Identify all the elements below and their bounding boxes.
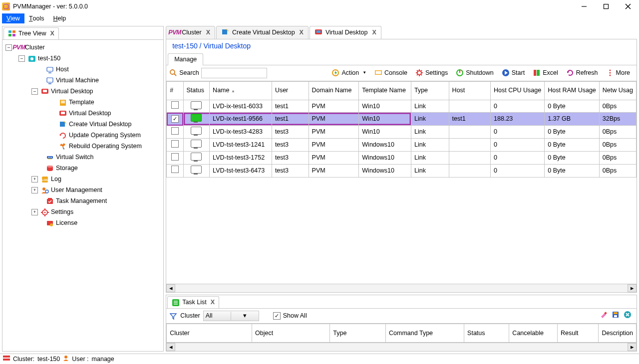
col-host-ram[interactable]: Host RAM Usage bbox=[545, 81, 600, 100]
log-icon: LOG bbox=[40, 176, 49, 183]
cell-hcpu: 0 bbox=[491, 139, 545, 152]
grid-scroll[interactable]: # Status Name ▲ User Domain Name Templat… bbox=[166, 81, 637, 284]
tree-item-vd2[interactable]: Virtual Desktop bbox=[69, 109, 111, 118]
task-scroll-left[interactable]: ◂ bbox=[166, 343, 175, 351]
table-row[interactable]: LVD-ix-test1-6033test1PVMWin10Link00 Byt… bbox=[167, 100, 637, 113]
clear-button[interactable] bbox=[600, 311, 608, 321]
col-status[interactable]: Status bbox=[183, 81, 210, 100]
col-net[interactable]: Netw Usag bbox=[599, 81, 636, 100]
tree-item-settings[interactable]: Settings bbox=[51, 208, 73, 216]
col-type[interactable]: Type bbox=[411, 81, 449, 100]
tree-item-license[interactable]: License bbox=[56, 219, 77, 227]
tree-item-vd[interactable]: Virtual Desktop bbox=[51, 87, 93, 96]
col-host-cpu[interactable]: Host CPU Usage bbox=[491, 81, 545, 100]
col-name[interactable]: Name ▲ bbox=[210, 81, 272, 100]
menu-view[interactable]: View bbox=[2, 13, 24, 24]
table-row[interactable]: ✓LVD-ix-test1-9566test1PVMWin10Linktest1… bbox=[167, 113, 637, 126]
tree-item-rebuild-os[interactable]: Rebuild Operating System bbox=[69, 142, 142, 151]
tab-vd[interactable]: Virtual Desktop X bbox=[310, 26, 381, 39]
subtab-manage-label: Manage bbox=[174, 56, 197, 63]
col-template[interactable]: Template Name bbox=[359, 81, 411, 100]
tree-toggle-log[interactable]: + bbox=[31, 176, 38, 182]
tree-item-log[interactable]: Log bbox=[51, 175, 61, 183]
row-checkbox[interactable] bbox=[171, 153, 179, 161]
task-list-tab-close[interactable]: X bbox=[211, 298, 215, 307]
tree-view-tab-close[interactable]: X bbox=[50, 29, 54, 38]
col-check[interactable]: # bbox=[167, 81, 183, 100]
more-button[interactable]: More bbox=[603, 67, 634, 79]
tab-cluster[interactable]: PVM Cluster X bbox=[166, 26, 215, 39]
menu-help[interactable]: Help bbox=[48, 13, 70, 24]
task-hscroll[interactable]: ◂ ▸ bbox=[166, 343, 637, 351]
tree-item-vswitch[interactable]: Virtual Switch bbox=[56, 153, 94, 162]
tree-item-user-mgmt[interactable]: User Management bbox=[51, 186, 102, 194]
tab-create-vd-close[interactable]: X bbox=[300, 28, 304, 37]
action-button[interactable]: Action ▼ bbox=[328, 67, 370, 79]
close-button[interactable] bbox=[617, 0, 639, 13]
tab-create-vd[interactable]: Create Virtual Desktop X bbox=[216, 26, 309, 39]
scroll-left-arrow[interactable]: ◂ bbox=[166, 284, 175, 292]
cluster-filter-combo[interactable]: All ▾ bbox=[203, 311, 259, 321]
cancel-task-button[interactable] bbox=[624, 311, 632, 321]
task-col-type[interactable]: Type bbox=[330, 324, 386, 343]
tree-toggle-settings[interactable]: + bbox=[31, 209, 38, 215]
tree[interactable]: – PVM Cluster – test-150 Host V bbox=[2, 40, 163, 351]
refresh-button[interactable]: Refresh bbox=[563, 67, 602, 79]
excel-button[interactable]: Excel bbox=[529, 67, 562, 79]
row-checkbox[interactable] bbox=[171, 166, 179, 173]
table-row[interactable]: LVD-ix-test3-4283test3PVMWin10Link00 Byt… bbox=[167, 126, 637, 139]
tab-cluster-close[interactable]: X bbox=[206, 28, 210, 37]
task-col-cancelable[interactable]: Cancelable bbox=[509, 324, 558, 343]
table-row[interactable]: LVD-tst-test3-1752test3PVMWindows10Link0… bbox=[167, 152, 637, 165]
grid-hscroll[interactable]: ◂ ▸ bbox=[166, 284, 637, 292]
tree-item-template[interactable]: Template bbox=[69, 98, 94, 107]
task-col-cmdtype[interactable]: Command Type bbox=[386, 324, 464, 343]
console-button[interactable]: Console bbox=[371, 67, 411, 79]
tree-toggle-host-node[interactable]: – bbox=[18, 55, 25, 62]
save-button[interactable] bbox=[612, 311, 620, 321]
table-row[interactable]: LVD-tst-test3-6473test3PVMWindows10Link0… bbox=[167, 164, 637, 177]
task-col-result[interactable]: Result bbox=[557, 324, 598, 343]
shutdown-button[interactable]: Shutdown bbox=[452, 67, 497, 79]
tree-toggle-user-mgmt[interactable]: + bbox=[31, 187, 38, 193]
search-input[interactable] bbox=[201, 68, 267, 78]
tree-item-storage[interactable]: Storage bbox=[56, 164, 78, 173]
task-col-object[interactable]: Object bbox=[252, 324, 330, 343]
tree-toggle-vd[interactable]: – bbox=[31, 88, 38, 95]
row-checkbox[interactable] bbox=[171, 127, 179, 135]
task-scroll-right[interactable]: ▸ bbox=[628, 343, 637, 351]
subtab-manage[interactable]: Manage bbox=[168, 53, 203, 65]
show-all-checkbox[interactable]: ✓ Show All bbox=[273, 312, 307, 320]
settings-button[interactable]: Settings bbox=[412, 67, 451, 79]
tree-host-node[interactable]: test-150 bbox=[38, 54, 60, 63]
row-checkbox[interactable]: ✓ bbox=[171, 115, 179, 123]
tree-toggle-cluster[interactable]: – bbox=[5, 44, 12, 51]
col-domain[interactable]: Domain Name bbox=[309, 81, 359, 100]
minimize-button[interactable] bbox=[573, 0, 595, 13]
tab-vd-close[interactable]: X bbox=[372, 28, 376, 37]
tree-cluster[interactable]: Cluster bbox=[25, 43, 45, 52]
maximize-button[interactable] bbox=[595, 0, 617, 13]
svg-rect-17 bbox=[61, 101, 65, 102]
task-list-tab[interactable]: Task List X bbox=[167, 296, 219, 308]
tree-item-task-mgmt[interactable]: Task Management bbox=[56, 197, 107, 205]
task-col-cluster[interactable]: Cluster bbox=[167, 324, 252, 343]
col-user[interactable]: User bbox=[272, 81, 309, 100]
tree-view-tab[interactable]: Tree View X bbox=[3, 27, 59, 39]
task-col-status[interactable]: Status bbox=[464, 324, 509, 343]
kebab-icon bbox=[606, 69, 614, 77]
tree-item-host[interactable]: Host bbox=[56, 65, 69, 74]
table-row[interactable]: LVD-tst-test3-1241test3PVMWindows10Link0… bbox=[167, 139, 637, 152]
row-checkbox[interactable] bbox=[171, 101, 179, 109]
row-checkbox[interactable] bbox=[171, 140, 179, 148]
tree-item-update-os[interactable]: Update Operating System bbox=[69, 131, 141, 140]
tree-item-create-vd[interactable]: Create Virtual Desktop bbox=[69, 120, 132, 129]
start-button[interactable]: Start bbox=[498, 67, 528, 79]
col-host[interactable]: Host bbox=[449, 81, 490, 100]
task-col-desc[interactable]: Description bbox=[599, 324, 637, 343]
cell-host bbox=[449, 100, 490, 113]
menu-tools[interactable]: Tools bbox=[24, 13, 49, 24]
scroll-right-arrow[interactable]: ▸ bbox=[628, 284, 637, 292]
tree-item-vm[interactable]: Virtual Machine bbox=[56, 76, 99, 85]
status-cluster-icon bbox=[3, 355, 10, 364]
